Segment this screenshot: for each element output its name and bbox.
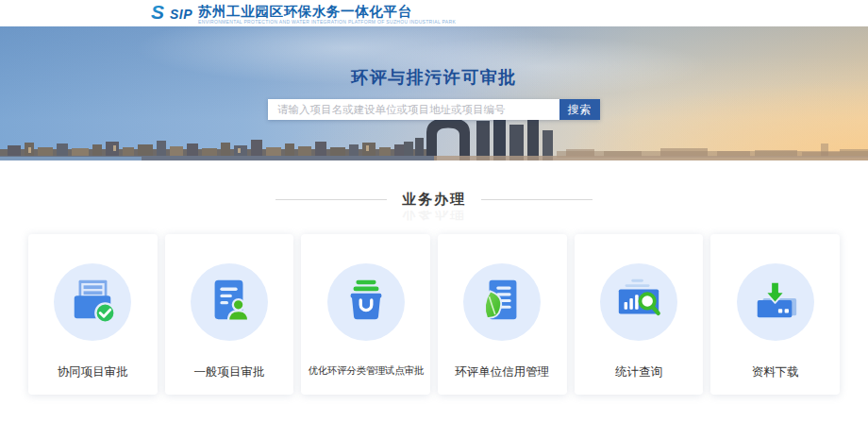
business-section-heading: 业务办理 业务办理: [0, 189, 868, 222]
icon-circle: [327, 263, 405, 341]
service-card-collaborative-approval[interactable]: 协同项目审批: [28, 234, 158, 395]
search-bar: 搜索: [268, 99, 600, 120]
chart-search-icon: [614, 276, 663, 329]
document-user-icon: [205, 276, 254, 329]
service-card-label: 统计查询: [615, 364, 662, 380]
heading-left-rule: [275, 199, 387, 200]
document-leaf-icon: [477, 276, 526, 329]
svg-text:S: S: [151, 2, 164, 23]
section-title-reflection: 业务办理: [0, 211, 868, 222]
hero-title: 环评与排污许可审批: [0, 66, 868, 89]
service-card-eia-unit-credit[interactable]: 环评单位信用管理: [438, 234, 567, 395]
sip-logo-icon: S: [151, 2, 168, 26]
logo-text: SIP: [170, 7, 192, 22]
service-card-statistics-query[interactable]: 统计查询: [575, 234, 704, 395]
search-input[interactable]: [268, 99, 559, 120]
archive-box-icon: [342, 276, 391, 329]
service-card-label: 资料下载: [752, 364, 799, 380]
service-card-label: 协同项目审批: [58, 364, 128, 380]
platform-title: 苏州工业园区环保水务一体化平台: [198, 4, 456, 19]
service-card-eia-classification-pilot[interactable]: 优化环评分类管理试点审批: [301, 234, 430, 395]
service-card-grid: 协同项目审批 一般项目审批: [28, 234, 840, 395]
drawer-check-icon: [68, 276, 117, 329]
hero-banner: 环评与排污许可审批 搜索: [0, 26, 868, 160]
page-header: S SIP 苏州工业园区环保水务一体化平台 ENVIRONMENTAL PROT…: [0, 0, 868, 26]
icon-circle: [191, 263, 268, 341]
service-card-general-approval[interactable]: 一般项目审批: [165, 234, 294, 395]
service-card-label: 环评单位信用管理: [455, 364, 549, 380]
heading-right-rule: [481, 199, 593, 200]
search-button[interactable]: 搜索: [559, 99, 600, 120]
download-tray-icon: [751, 276, 800, 329]
service-card-label: 优化环评分类管理试点审批: [308, 364, 423, 378]
icon-circle: [737, 263, 814, 341]
logo: S SIP 苏州工业园区环保水务一体化平台 ENVIRONMENTAL PROT…: [151, 2, 456, 26]
icon-circle: [463, 263, 541, 341]
service-card-data-download[interactable]: 资料下载: [710, 234, 840, 395]
icon-circle: [54, 263, 131, 341]
platform-subtitle-en: ENVIRONMENTAL PROTECTION AND WATER INTEG…: [198, 19, 456, 25]
service-card-label: 一般项目审批: [194, 364, 265, 380]
section-title: 业务办理: [402, 191, 466, 209]
icon-circle: [600, 263, 677, 341]
